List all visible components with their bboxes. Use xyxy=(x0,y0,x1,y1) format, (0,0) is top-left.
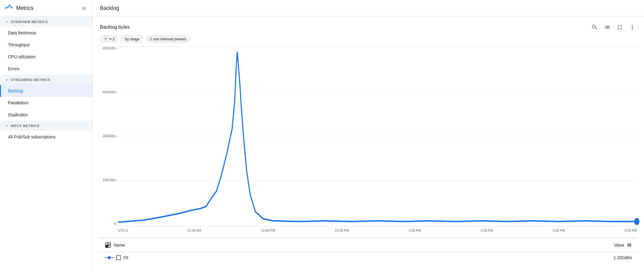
main-content: Backlog Backlog bytes xyxy=(93,0,644,269)
sidebar-collapse-button[interactable] xyxy=(81,5,88,12)
sidebar-title: Metrics xyxy=(16,5,34,11)
y-axis: 400GiB/s 300GiB/s 200GiB/s 100GiB/s 0 xyxy=(100,46,118,226)
main-header-title: Backlog xyxy=(100,5,119,11)
filter-chip-interval[interactable]: 1 min interval (mean) xyxy=(146,35,190,43)
svg-rect-2 xyxy=(106,245,108,247)
more-options-button[interactable] xyxy=(628,23,637,32)
svg-rect-0 xyxy=(106,243,108,245)
search-button[interactable] xyxy=(590,23,599,32)
legend-grid-icon xyxy=(105,242,111,248)
x-label-130: 1:30 PM xyxy=(481,229,493,232)
y-label-200: 200GiB/s xyxy=(103,134,116,138)
sidebar-header: Metrics xyxy=(0,0,92,17)
legend-checkbox[interactable] xyxy=(116,255,121,260)
fullscreen-button[interactable] xyxy=(615,23,624,32)
legend-value-col: Value xyxy=(614,242,632,248)
y-label-100: 100GiB/s xyxy=(103,178,116,182)
legend-row-name: F0 xyxy=(105,255,128,260)
sidebar-section-input: INPUT METRICS xyxy=(0,121,92,131)
x-label-230: 2:30 PM xyxy=(625,229,637,232)
svg-rect-3 xyxy=(108,245,110,247)
sidebar-item-backlog[interactable]: Backlog xyxy=(0,85,92,97)
sidebar-item-parallelism[interactable]: Parallelism xyxy=(0,97,92,109)
sidebar-item-throughput[interactable]: Throughput xyxy=(0,39,92,51)
chart-section: Backlog bytes ≡ 2 xyxy=(93,17,644,269)
legend-header: Name Value xyxy=(100,238,637,252)
metrics-icon xyxy=(5,3,13,13)
sidebar: Metrics OVERVIEW METRICS Data freshness … xyxy=(0,0,93,269)
x-axis: UTC-8 11:30 AM 12:00 PM 12:30 PM 1:00 PM… xyxy=(118,227,637,238)
sidebar-item-cpu-utilization[interactable]: CPU utilization xyxy=(0,51,92,63)
y-label-400: 400GiB/s xyxy=(103,46,116,50)
chart-header: Backlog bytes xyxy=(100,23,637,32)
chart-toolbar xyxy=(590,23,637,32)
legend-section: Name Value xyxy=(100,238,637,263)
x-label-1130: 11:30 AM xyxy=(187,229,201,232)
filter-chip-count[interactable]: ≡ 2 xyxy=(100,35,119,43)
legend-name-col: Name xyxy=(105,242,125,248)
sidebar-section-overview: OVERVIEW METRICS xyxy=(0,17,92,27)
y-label-300: 300GiB/s xyxy=(103,90,116,94)
legend-line-indicator xyxy=(105,256,114,259)
sidebar-section-streaming: STREAMING METRICS xyxy=(0,75,92,85)
x-label-200: 2:00 PM xyxy=(552,229,565,232)
filter-chip-stage[interactable]: by stage xyxy=(121,35,143,43)
sidebar-item-pubsub[interactable]: All Pub/Sub subscriptions xyxy=(0,131,92,143)
x-label-1200: 12:00 PM xyxy=(261,229,275,232)
sidebar-item-errors[interactable]: Errors xyxy=(0,63,92,75)
legend-column-icon[interactable] xyxy=(627,242,632,248)
legend-name-header: Name xyxy=(114,243,125,247)
x-label-utc: UTC-8 xyxy=(118,229,127,232)
main-header: Backlog xyxy=(93,0,644,17)
filter-row: ≡ 2 by stage 1 min interval (mean) xyxy=(100,35,637,43)
y-label-0: 0 xyxy=(114,222,116,226)
x-label-100: 1:00 PM xyxy=(408,229,421,232)
legend-row-value: 1.33GiB/s xyxy=(614,255,632,260)
sidebar-title-row: Metrics xyxy=(5,3,34,13)
svg-point-5 xyxy=(108,256,111,259)
chart-container: 400GiB/s 300GiB/s 200GiB/s 100GiB/s 0 xyxy=(100,46,637,238)
sidebar-item-duplicates[interactable]: Duplicates xyxy=(0,109,92,121)
sidebar-item-data-freshness[interactable]: Data freshness xyxy=(0,27,92,39)
grid-lines xyxy=(118,46,637,226)
legend-row-f0: F0 1.33GiB/s xyxy=(100,252,637,263)
legend-button[interactable] xyxy=(603,23,612,32)
chart-title: Backlog bytes xyxy=(100,25,130,30)
svg-rect-1 xyxy=(108,243,110,245)
legend-value-header: Value xyxy=(614,243,624,247)
x-label-1230: 12:30 PM xyxy=(335,229,349,232)
chart-area xyxy=(118,46,637,226)
legend-row-label: F0 xyxy=(123,255,128,260)
